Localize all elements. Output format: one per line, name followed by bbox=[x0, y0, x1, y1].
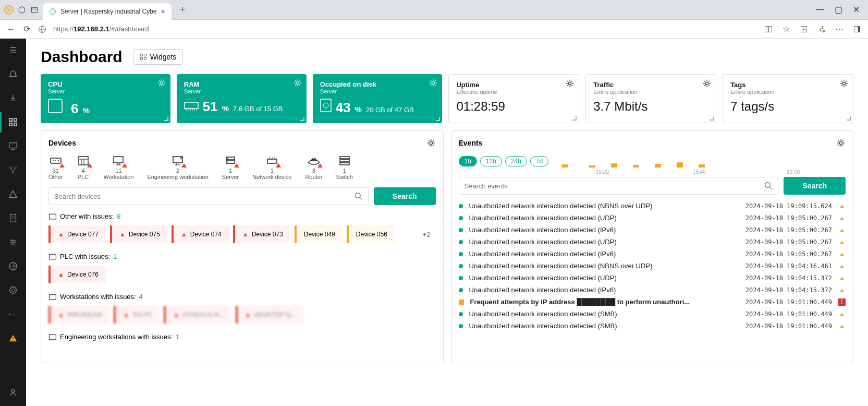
device-chip[interactable]: ▲DESKTOP-Q... bbox=[236, 306, 303, 324]
menu-icon[interactable]: ☰ bbox=[8, 45, 18, 55]
event-timestamp: 2024-09-18 19:01:00.449 bbox=[745, 323, 832, 330]
devices-search-input[interactable] bbox=[48, 187, 369, 205]
event-row[interactable]: Unauthorized network interaction detecte… bbox=[459, 250, 846, 258]
widgets-button[interactable]: Widgets bbox=[133, 49, 184, 65]
device-chip[interactable]: Device 049 bbox=[295, 225, 343, 243]
event-row[interactable]: Unauthorized network interaction detecte… bbox=[459, 274, 846, 282]
event-marker-icon bbox=[459, 228, 463, 232]
svg-point-38 bbox=[296, 81, 299, 84]
time-range-1h[interactable]: 1h bbox=[459, 156, 477, 166]
window-icon[interactable] bbox=[30, 6, 39, 14]
device-chip[interactable]: ▲WIN-RSLNX bbox=[48, 306, 109, 324]
topology-icon[interactable] bbox=[8, 165, 18, 175]
reports-icon[interactable] bbox=[8, 213, 18, 223]
cube-icon[interactable] bbox=[18, 6, 26, 14]
event-row[interactable]: Unauthorized network interaction detecte… bbox=[459, 202, 846, 210]
gear-icon[interactable] bbox=[836, 138, 846, 148]
settings-icon[interactable] bbox=[8, 237, 18, 247]
monitor-icon[interactable] bbox=[8, 141, 18, 151]
more-icon[interactable]: ⋯ bbox=[835, 25, 844, 34]
events-search-input[interactable] bbox=[459, 177, 779, 195]
favorites-icon[interactable]: ☆ bbox=[781, 25, 791, 34]
target-icon[interactable] bbox=[8, 285, 18, 295]
cpu-card[interactable]: CPU Server 6% bbox=[41, 74, 170, 123]
device-chip[interactable]: ▲Device 075 bbox=[110, 225, 167, 243]
device-type-router[interactable]: 3Router bbox=[305, 155, 322, 180]
event-row[interactable]: Unauthorized network interaction detecte… bbox=[459, 310, 846, 318]
device-chip[interactable]: ▲Device 077 bbox=[48, 225, 106, 243]
back-button[interactable]: ← bbox=[6, 25, 16, 34]
sidebar-toggle-icon[interactable] bbox=[852, 25, 862, 34]
device-chip[interactable]: ▲OS-PC bbox=[114, 306, 160, 324]
event-row[interactable]: Frequent attempts by IP address ████████… bbox=[459, 298, 846, 306]
event-row[interactable]: Unauthorized network interaction detecte… bbox=[459, 262, 846, 270]
refresh-button[interactable]: ⟳ bbox=[22, 25, 31, 34]
ram-card[interactable]: RAM Server 51%7.6 GB of 15 GB bbox=[177, 74, 307, 123]
collections-icon[interactable] bbox=[799, 25, 809, 34]
device-type-engineering-workstation[interactable]: 2Engineering workstation bbox=[147, 155, 208, 180]
event-row[interactable]: Unauthorized network interaction detecte… bbox=[459, 286, 846, 294]
devices-search-button[interactable]: Search bbox=[374, 187, 436, 205]
gear-icon[interactable] bbox=[426, 138, 436, 148]
event-marker-icon bbox=[459, 276, 463, 280]
event-row[interactable]: Unauthorized network interaction detecte… bbox=[459, 226, 846, 234]
search-icon bbox=[764, 182, 773, 190]
device-chip[interactable]: Device 056 bbox=[347, 225, 395, 243]
browser-tab[interactable]: Server | Kaspersky Industrial Cybe × bbox=[43, 3, 172, 20]
gear-icon[interactable] bbox=[565, 79, 574, 88]
time-range-24h[interactable]: 24h bbox=[505, 156, 527, 166]
user-icon[interactable] bbox=[8, 387, 18, 398]
gear-icon[interactable] bbox=[839, 79, 849, 88]
extension-icon[interactable] bbox=[817, 25, 826, 34]
device-chip[interactable]: ▲Device 073 bbox=[233, 225, 290, 243]
notifications-icon[interactable] bbox=[8, 69, 18, 79]
warning-icon[interactable] bbox=[8, 333, 18, 343]
tags-card[interactable]: Tags Entire application 7 tags/s bbox=[723, 74, 853, 123]
device-type-switch[interactable]: 1Switch bbox=[336, 155, 352, 180]
dashboard-icon[interactable] bbox=[8, 117, 18, 127]
window-maximize-button[interactable]: ▢ bbox=[835, 5, 842, 15]
gear-icon[interactable] bbox=[293, 78, 302, 88]
time-range-12h[interactable]: 12h bbox=[480, 156, 502, 166]
events-search-button[interactable]: Search bbox=[784, 177, 846, 195]
site-info-icon[interactable] bbox=[38, 25, 47, 34]
globe-icon[interactable] bbox=[8, 261, 18, 271]
download-icon[interactable] bbox=[8, 93, 18, 103]
event-text: Unauthorized network interaction detecte… bbox=[469, 214, 739, 222]
new-tab-button[interactable]: + bbox=[176, 4, 190, 15]
svg-point-55 bbox=[55, 160, 56, 161]
traffic-card[interactable]: Traffic Entire application 3.7 Mbit/s bbox=[585, 74, 716, 123]
event-row[interactable]: Unauthorized network interaction detecte… bbox=[459, 322, 846, 330]
split-screen-icon[interactable] bbox=[764, 25, 773, 34]
gear-icon[interactable] bbox=[157, 78, 166, 88]
device-chip[interactable]: ▲Device 076 bbox=[48, 266, 106, 283]
svg-point-72 bbox=[227, 162, 228, 163]
url-field[interactable]: https://192.168.2.1/#/dashboard bbox=[53, 25, 757, 33]
stat-cards-row: CPU Server 6% RAM Server 51%7.6 GB of 15… bbox=[41, 74, 853, 123]
svg-point-46 bbox=[432, 81, 435, 84]
gear-icon[interactable] bbox=[702, 79, 712, 88]
event-row[interactable]: Unauthorized network interaction detecte… bbox=[459, 238, 846, 246]
device-type-server[interactable]: 1Server bbox=[222, 155, 239, 180]
gear-icon[interactable] bbox=[429, 78, 438, 88]
severity-warning-icon: ▲ bbox=[838, 214, 846, 222]
more-devices[interactable]: +2 bbox=[423, 231, 436, 238]
time-range-7d[interactable]: 7d bbox=[530, 156, 548, 166]
window-minimize-button[interactable]: — bbox=[816, 5, 824, 15]
event-row[interactable]: Unauthorized network interaction detecte… bbox=[459, 214, 846, 222]
disk-card[interactable]: Occupied on disk Server 43%20 GB of 47 G… bbox=[313, 74, 443, 123]
window-close-button[interactable]: ✕ bbox=[853, 5, 860, 15]
device-chip[interactable]: ▲Device 074 bbox=[172, 225, 229, 243]
device-type-network-device[interactable]: 1Network device bbox=[252, 155, 291, 180]
alerts-icon[interactable] bbox=[8, 189, 18, 199]
uptime-card[interactable]: Uptime Effective uptime 01:28:59 bbox=[448, 74, 579, 123]
collapse-icon[interactable]: • — bbox=[8, 309, 18, 319]
device-type-workstation[interactable]: 11Workstation bbox=[104, 155, 134, 180]
device-chip[interactable]: ▲IVANOV-G-N... bbox=[164, 306, 231, 324]
device-type-plc[interactable]: 4PLC bbox=[77, 155, 90, 180]
svg-point-29 bbox=[11, 289, 14, 291]
events-sparkline: 18:20 18:40 19:00 bbox=[552, 155, 846, 168]
device-type-other[interactable]: 31Other bbox=[48, 155, 63, 180]
severity-warning-icon: ▲ bbox=[838, 274, 846, 282]
tab-close-icon[interactable]: × bbox=[161, 7, 165, 16]
